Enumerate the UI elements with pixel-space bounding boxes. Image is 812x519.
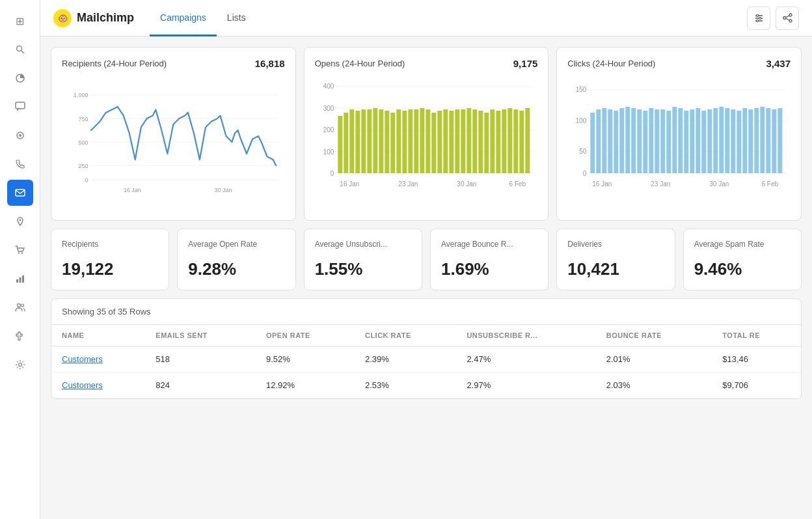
sidebar-icon-email[interactable] (7, 180, 33, 206)
share-button[interactable] (776, 7, 799, 30)
row-1-unsubscribe: 2.97% (456, 372, 595, 399)
opens-chart-card: Opens (24-Hour Period) 9,175 400 300 200… (304, 47, 549, 221)
sidebar-icon-phone[interactable] (7, 151, 33, 177)
svg-line-25 (786, 16, 789, 18)
svg-rect-114 (708, 109, 712, 173)
svg-rect-104 (649, 108, 654, 173)
svg-line-1 (21, 51, 23, 53)
svg-text:30 Jan: 30 Jan (457, 180, 476, 188)
svg-rect-56 (379, 109, 383, 173)
svg-rect-69 (455, 109, 459, 173)
svg-rect-117 (725, 108, 730, 173)
svg-text:23 Jan: 23 Jan (398, 180, 418, 188)
svg-rect-52 (355, 111, 360, 173)
sidebar-icon-users[interactable] (7, 294, 33, 320)
row-1-name-link[interactable]: Customers (62, 380, 103, 390)
svg-point-20 (759, 18, 761, 20)
svg-rect-60 (402, 111, 407, 173)
svg-rect-124 (766, 108, 771, 173)
svg-rect-74 (484, 113, 489, 173)
recipients-chart-header: Recipients (24-Hour Period) 16,818 (62, 58, 285, 69)
svg-point-14 (21, 304, 23, 307)
svg-rect-72 (472, 109, 477, 173)
svg-text:200: 200 (323, 126, 334, 133)
svg-text:16 Jan: 16 Jan (340, 180, 359, 188)
svg-rect-123 (761, 107, 765, 173)
svg-text:400: 400 (323, 83, 334, 90)
sidebar-icon-grid[interactable]: ⊞ (7, 8, 33, 34)
row-1-name: Customers (51, 372, 145, 399)
svg-point-8 (18, 252, 19, 253)
svg-rect-68 (449, 111, 453, 173)
stat-card-unsubscribe: Average Unsubscri... 1.55% (304, 229, 422, 290)
row-0-bounce: 2.01% (596, 346, 712, 372)
sidebar-icon-pie[interactable] (7, 65, 33, 91)
stat-card-open-rate: Average Open Rate 9.28% (177, 229, 295, 290)
sidebar-icon-chat[interactable] (7, 94, 33, 120)
col-emails-sent: EMAILS SENT (145, 325, 256, 346)
settings-button[interactable] (747, 7, 770, 30)
svg-point-22 (789, 14, 792, 16)
svg-rect-79 (513, 109, 518, 173)
tab-campaigns[interactable]: Campaigns (150, 0, 217, 36)
svg-text:16 Jan: 16 Jan (593, 180, 612, 188)
svg-point-24 (789, 20, 792, 22)
sidebar-icon-plugin[interactable] (7, 323, 33, 349)
svg-text:500: 500 (79, 139, 88, 146)
svg-rect-66 (437, 111, 442, 173)
sidebar: ⊞ (0, 0, 40, 519)
content-area: Recipients (24-Hour Period) 16,818 1,000… (40, 36, 812, 519)
svg-text:750: 750 (79, 116, 88, 122)
svg-text:100: 100 (323, 148, 334, 156)
table-info: Showing 35 of 35 Rows (51, 299, 801, 325)
clicks-chart-value: 3,437 (766, 58, 791, 69)
header: 🐵 Mailchimp Campaigns Lists (40, 0, 812, 36)
svg-rect-126 (778, 108, 783, 173)
sidebar-icon-reports[interactable] (7, 266, 33, 292)
svg-rect-57 (385, 111, 389, 173)
sidebar-icon-cart[interactable] (7, 237, 33, 263)
svg-rect-6 (16, 189, 25, 196)
svg-point-9 (21, 252, 22, 253)
stat-label-spam: Average Spam Rate (694, 240, 791, 249)
stat-value-recipients: 19,122 (62, 259, 158, 279)
sidebar-icon-settings[interactable] (7, 352, 33, 378)
charts-row: Recipients (24-Hour Period) 16,818 1,000… (51, 47, 802, 221)
svg-rect-61 (408, 109, 413, 173)
svg-rect-103 (643, 111, 648, 173)
svg-rect-116 (720, 107, 724, 173)
row-1-total: $9,706 (712, 372, 801, 399)
tab-lists[interactable]: Lists (217, 0, 256, 36)
svg-text:100: 100 (576, 117, 587, 124)
svg-rect-94 (591, 113, 595, 173)
svg-rect-50 (344, 113, 348, 173)
svg-rect-118 (731, 109, 736, 173)
sidebar-icon-search[interactable] (7, 36, 33, 63)
svg-rect-53 (361, 109, 366, 173)
col-unsubscribe: UNSUBSCRIBE R... (456, 325, 595, 346)
svg-rect-97 (608, 109, 613, 173)
svg-rect-115 (714, 108, 718, 173)
stat-value-unsubscribe: 1.55% (315, 259, 411, 279)
svg-text:300: 300 (323, 105, 334, 112)
opens-bar-chart: 400 300 200 100 0 (315, 77, 538, 207)
row-0-name-link[interactable]: Customers (62, 354, 103, 364)
row-0-total: $13,46 (712, 346, 801, 372)
recipients-chart-title: Recipients (24-Hour Period) (62, 59, 167, 68)
svg-rect-76 (496, 111, 500, 173)
svg-rect-107 (667, 111, 671, 173)
campaigns-table: NAME EMAILS SENT OPEN RATE CLICK RATE UN… (51, 325, 801, 399)
table-body: Customers 518 9.52% 2.39% 2.47% 2.01% $1… (51, 346, 801, 399)
clicks-chart-title: Clicks (24-Hour Period) (567, 59, 655, 68)
stat-value-deliveries: 10,421 (567, 259, 664, 279)
stat-card-spam: Average Spam Rate 9.46% (683, 229, 802, 290)
svg-rect-106 (661, 109, 666, 173)
svg-rect-102 (638, 109, 642, 173)
stat-label-open-rate: Average Open Rate (188, 240, 284, 249)
row-0-open-rate: 9.52% (256, 346, 355, 372)
sidebar-icon-location[interactable] (7, 208, 33, 234)
stat-value-bounce: 1.69% (441, 259, 537, 279)
row-0-name: Customers (51, 346, 145, 372)
main-content: 🐵 Mailchimp Campaigns Lists Recipients (… (40, 0, 812, 519)
sidebar-icon-listen[interactable] (7, 122, 33, 148)
